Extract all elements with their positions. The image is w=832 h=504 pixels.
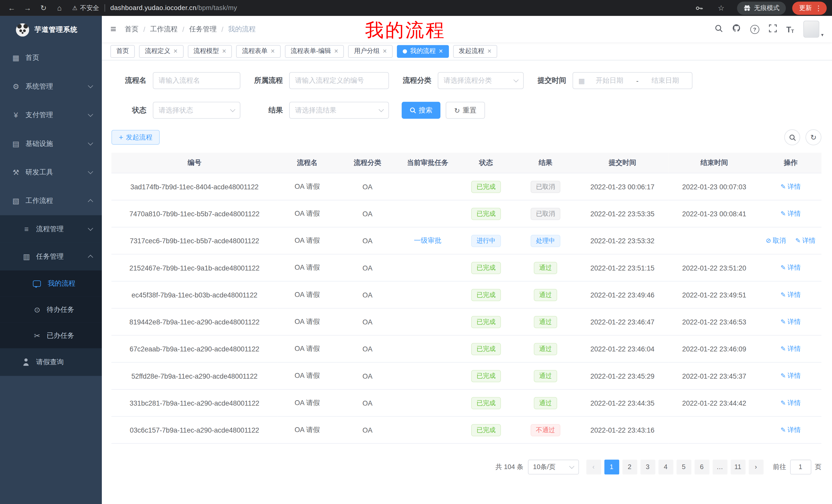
close-icon[interactable]: × [271, 48, 275, 55]
sidebar-item-todo-tasks[interactable]: ⊙ 待办任务 [0, 297, 102, 323]
page-button[interactable]: 3 [640, 459, 655, 474]
table-row: 819442e8-7b9a-11ec-a290-acde48001122 OA … [111, 308, 821, 335]
sidebar-item-home[interactable]: ▦ 首页 [0, 44, 102, 72]
sidebar-item-payment[interactable]: ¥ 支付管理 [0, 101, 102, 129]
update-button[interactable]: 更新 ⋮ [792, 1, 827, 15]
sidebar-item-label: 工作流程 [25, 196, 53, 206]
bookmark-star-icon[interactable]: ☆ [715, 2, 728, 15]
detail-link[interactable]: ✎详情 [781, 290, 801, 299]
detail-link[interactable]: ✎详情 [781, 344, 801, 353]
detail-link[interactable]: ✎详情 [781, 371, 801, 381]
next-page-button[interactable]: › [749, 459, 763, 474]
address-bar[interactable]: ⚠ 不安全 dashboard.yudao.iocoder.cn/bpm/tas… [72, 3, 237, 12]
page-button[interactable]: 4 [658, 459, 673, 474]
font-size-icon[interactable]: TT [786, 25, 794, 34]
tab-start-process[interactable]: 发起流程× [453, 45, 497, 58]
close-icon[interactable]: × [334, 48, 338, 55]
breadcrumb-item[interactable]: 工作流程 [150, 24, 177, 34]
search-button[interactable]: 搜索 [401, 102, 440, 119]
reset-button[interactable]: ↻ 重置 [446, 102, 485, 119]
detail-link[interactable]: ✎详情 [781, 209, 801, 218]
sidebar-item-leave-query[interactable]: 请假查询 [0, 348, 102, 376]
page-button[interactable]: 5 [676, 459, 691, 474]
cell-end-time: 2022-01-22 23:44:42 [669, 389, 760, 416]
browser-menu-icon[interactable]: ⋮ [815, 5, 822, 11]
detail-link[interactable]: ✎详情 [781, 182, 801, 191]
home-icon[interactable]: ⌂ [53, 2, 66, 15]
col-header-result: 结果 [515, 152, 576, 173]
avatar-image [804, 21, 820, 37]
user-avatar[interactable]: ▾ [804, 21, 824, 37]
result-select[interactable]: 请选择流结果 [289, 102, 389, 119]
status-badge: 已完成 [471, 207, 501, 220]
process-definition-input[interactable]: 请输入流程定义的编号 [289, 72, 389, 89]
tab-my-process[interactable]: 我的流程× [397, 45, 449, 58]
cancel-link[interactable]: ⊘取消 [766, 236, 786, 245]
key-icon[interactable] [693, 2, 705, 15]
more-pages-button[interactable]: … [712, 459, 727, 474]
sidebar-item-done-tasks[interactable]: ✂ 已办任务 [0, 323, 102, 348]
close-icon[interactable]: × [383, 48, 387, 55]
app-logo[interactable]: 芋道管理系统 [0, 16, 102, 44]
close-icon[interactable]: × [174, 48, 178, 55]
tab-user-group[interactable]: 用户分组× [348, 45, 393, 58]
detail-link[interactable]: ✎详情 [781, 398, 801, 408]
cell-name: OA 请假 [278, 335, 337, 362]
breadcrumb-item[interactable]: 任务管理 [189, 24, 216, 34]
active-dot [402, 49, 407, 53]
sidebar-item-system[interactable]: ⚙ 系统管理 [0, 72, 102, 101]
fullscreen-icon[interactable] [769, 24, 777, 34]
tab-process-model[interactable]: 流程模型× [188, 45, 232, 58]
help-icon[interactable]: ? [750, 25, 759, 34]
tab-process-form[interactable]: 流程表单× [236, 45, 281, 58]
sidebar-item-infrastructure[interactable]: ▤ 基础设施 [0, 130, 102, 158]
col-header-name: 流程名 [278, 152, 337, 173]
url-text[interactable]: dashboard.yudao.iocoder.cn/bpm/task/my [110, 4, 237, 12]
sidebar-item-process-management[interactable]: ≡ 流程管理 [0, 215, 102, 243]
current-task-link[interactable]: 一级审批 [414, 236, 441, 244]
refresh-table-icon[interactable]: ↻ [806, 130, 822, 145]
page-button[interactable]: 6 [694, 459, 709, 474]
category-select[interactable]: 请选择流程分类 [438, 72, 524, 89]
security-chip[interactable]: ⚠ 不安全 [72, 3, 99, 12]
calendar-icon: ▦ [578, 77, 585, 85]
close-icon[interactable]: × [439, 48, 443, 55]
breadcrumb-item[interactable]: 首页 [125, 24, 138, 34]
cell-submit-time: 2022-01-22 23:53:35 [576, 200, 669, 227]
page-button[interactable]: 1 [604, 459, 619, 474]
tab-process-definition[interactable]: 流程定义× [139, 45, 184, 58]
cell-end-time: 2022-01-22 23:46:09 [669, 335, 760, 362]
prev-page-button[interactable]: ‹ [586, 459, 601, 474]
page-button[interactable]: 11 [730, 459, 745, 474]
create-process-button[interactable]: + 发起流程 [111, 130, 160, 145]
tab-home[interactable]: 首页 [110, 45, 135, 58]
sidebar-item-task-management[interactable]: ▥ 任务管理 [0, 243, 102, 270]
date-range-input[interactable]: ▦ 开始日期 - 结束日期 [573, 72, 693, 89]
detail-link[interactable]: ✎详情 [781, 263, 801, 272]
search-icon[interactable] [715, 24, 723, 34]
sidebar-item-workflow[interactable]: ▧ 工作流程 [0, 187, 102, 215]
toggle-search-icon[interactable] [784, 130, 800, 145]
result-badge: 通过 [534, 343, 557, 355]
reload-icon[interactable]: ↻ [37, 2, 50, 15]
detail-link[interactable]: ✎详情 [795, 236, 815, 245]
divider [104, 4, 105, 12]
process-name-input[interactable]: 请输入流程名 [153, 72, 240, 89]
detail-link[interactable]: ✎详情 [781, 317, 801, 326]
cell-category: OA [337, 227, 398, 254]
sidebar-item-my-process[interactable]: 我的流程 [0, 271, 102, 297]
goto-page-input[interactable]: 1 [790, 459, 811, 474]
hamburger-icon[interactable]: ≡ [110, 23, 116, 35]
page-size-select[interactable]: 10条/页 [527, 459, 578, 474]
back-icon[interactable]: ← [5, 2, 18, 15]
close-icon[interactable]: × [488, 48, 492, 55]
sidebar-item-dev-tools[interactable]: ⚒ 研发工具 [0, 158, 102, 187]
forward-icon[interactable]: → [21, 2, 34, 15]
cell-name: OA 请假 [278, 362, 337, 389]
tab-process-form-edit[interactable]: 流程表单-编辑× [285, 45, 344, 58]
github-icon[interactable] [732, 24, 741, 34]
status-select[interactable]: 请选择状态 [153, 102, 240, 119]
close-icon[interactable]: × [222, 48, 226, 55]
page-button[interactable]: 2 [622, 459, 637, 474]
detail-link[interactable]: ✎详情 [781, 425, 801, 435]
